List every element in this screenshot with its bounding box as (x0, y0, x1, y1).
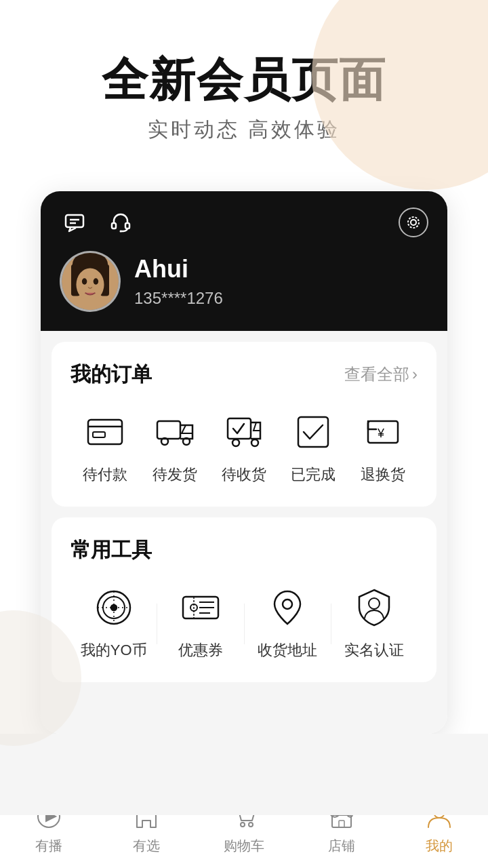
tools-title: 常用工具 (70, 536, 152, 564)
user-info: Ahui 135****1276 (134, 255, 223, 308)
payment-icon (81, 408, 129, 456)
profile-header: Ahui 135****1276 (41, 191, 447, 331)
svg-rect-1 (112, 223, 116, 229)
svg-point-4 (411, 220, 416, 225)
orders-icons-row: 待付款 待发货 (70, 408, 418, 485)
scan-icon[interactable] (399, 208, 428, 237)
message-icon[interactable] (60, 208, 89, 237)
mockup-spacer (41, 693, 447, 734)
ship-label: 待发货 (152, 465, 197, 485)
order-item-delivery[interactable]: 待收货 (209, 408, 279, 485)
order-item-return[interactable]: ¥ 退换货 (348, 408, 418, 485)
orders-card: 我的订单 查看全部 › (52, 342, 436, 507)
svg-point-12 (82, 278, 87, 284)
cards-section: 我的订单 查看全部 › (41, 331, 447, 693)
svg-rect-24 (298, 417, 328, 447)
ship-icon (150, 408, 199, 456)
tools-card: 常用工具 我的 (52, 517, 436, 682)
user-phone: 135****1276 (134, 289, 223, 308)
icon-left-group (60, 208, 136, 237)
address-icon (263, 583, 312, 632)
yo-coin-icon (89, 583, 138, 632)
orders-card-header: 我的订单 查看全部 › (70, 361, 418, 389)
return-label: 退换货 (361, 465, 405, 485)
svg-point-5 (408, 217, 419, 228)
complete-label: 已完成 (291, 465, 336, 485)
delivery-label: 待收货 (222, 465, 266, 485)
svg-point-22 (232, 439, 239, 446)
complete-icon (289, 408, 338, 456)
orders-title: 我的订单 (70, 361, 152, 389)
page-bottom-pad (0, 734, 488, 815)
svg-point-39 (369, 598, 380, 609)
svg-point-11 (76, 268, 104, 301)
tools-card-header: 常用工具 (70, 536, 418, 564)
svg-rect-17 (93, 432, 105, 437)
svg-rect-18 (157, 421, 180, 439)
tool-item-coupon[interactable]: 优惠券 (157, 583, 243, 660)
svg-point-3 (120, 230, 122, 232)
tool-item-yo-coin[interactable]: 我的YO币 (70, 583, 157, 660)
return-icon: ¥ (359, 408, 407, 456)
profile-info: Ahui 135****1276 (60, 251, 428, 312)
payment-label: 待付款 (83, 465, 127, 485)
order-item-ship[interactable]: 待发货 (140, 408, 209, 485)
address-label: 收货地址 (258, 640, 317, 660)
svg-point-13 (94, 278, 98, 284)
tool-item-verify[interactable]: 实名认证 (331, 583, 418, 660)
svg-point-38 (283, 599, 292, 609)
svg-text:¥: ¥ (377, 427, 385, 440)
user-name: Ahui (134, 255, 223, 283)
profile-top-icons (60, 208, 428, 237)
svg-rect-14 (85, 300, 94, 312)
phone-mockup: Ahui 135****1276 我的订单 查看全部 › (41, 191, 447, 734)
avatar[interactable] (60, 251, 121, 312)
verify-label: 实名认证 (344, 640, 404, 660)
delivery-icon (220, 408, 268, 456)
coupon-icon (176, 583, 225, 632)
order-item-payment[interactable]: 待付款 (70, 408, 140, 485)
tool-item-address[interactable]: 收货地址 (245, 583, 331, 660)
svg-rect-21 (228, 418, 251, 439)
yo-coin-label: 我的YO币 (81, 640, 147, 660)
view-all-orders[interactable]: 查看全部 › (344, 363, 418, 385)
svg-point-23 (251, 439, 258, 446)
headset-icon[interactable] (106, 208, 136, 237)
svg-rect-2 (125, 223, 129, 229)
coupon-label: 优惠券 (178, 640, 223, 660)
verify-icon (350, 583, 399, 632)
order-item-complete[interactable]: 已完成 (279, 408, 348, 485)
svg-rect-0 (66, 215, 83, 227)
tools-grid: 我的YO币 (70, 583, 418, 660)
